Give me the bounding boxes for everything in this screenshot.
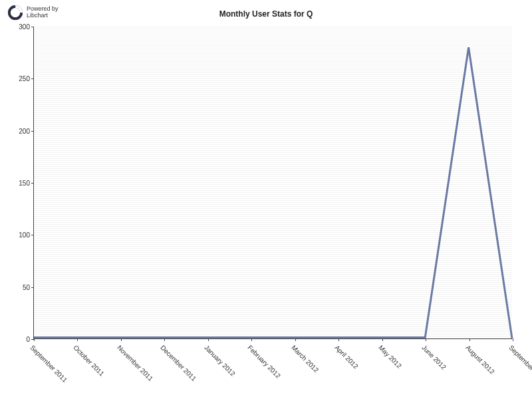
x-tick-label: March 2012 <box>290 344 320 374</box>
x-tick-label: April 2012 <box>333 344 360 370</box>
x-tick-label: September 2012 <box>507 344 532 384</box>
x-tick-label: October 2011 <box>72 344 106 378</box>
x-tick-label: January 2012 <box>203 344 237 378</box>
line-series <box>34 27 512 338</box>
x-tick-label: May 2012 <box>377 344 403 370</box>
x-tick-label: September 2011 <box>29 344 68 384</box>
x-tick-label: August 2012 <box>464 344 495 375</box>
plot-area: 050100150200250300 September 2011October… <box>33 27 512 339</box>
data-line <box>34 47 512 338</box>
x-tick-label: June 2012 <box>420 344 448 371</box>
x-tick-label: February 2012 <box>246 344 282 380</box>
x-tick-label: December 2011 <box>160 344 198 382</box>
chart-title: Monthly User Stats for Q <box>0 9 532 19</box>
x-tick-label: November 2011 <box>116 344 154 382</box>
